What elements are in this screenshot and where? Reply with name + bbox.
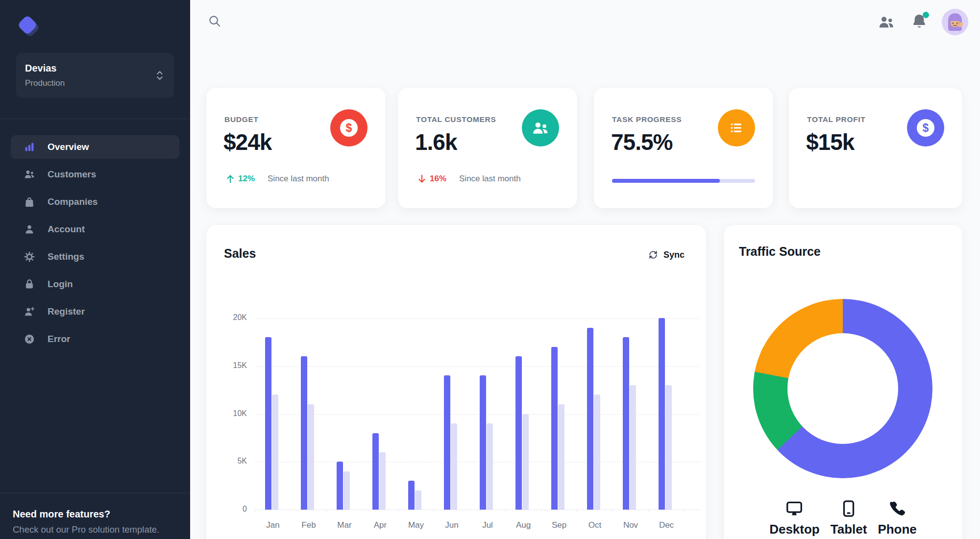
tablet-icon xyxy=(839,499,858,518)
bell-icon[interactable] xyxy=(910,13,928,31)
legend-item-phone: Phone xyxy=(878,499,916,537)
avatar[interactable] xyxy=(942,9,968,35)
x-axis-label: Sep xyxy=(542,520,576,530)
notification-dot xyxy=(923,12,929,18)
x-axis-tick xyxy=(684,510,685,513)
stat-label: TASK PROGRESS xyxy=(612,115,682,124)
donut-hole xyxy=(787,333,898,444)
x-axis-tick xyxy=(326,510,327,513)
x-axis-tick xyxy=(577,510,577,513)
dollar-glyph: $ xyxy=(917,119,934,137)
sidebar-item-error[interactable]: Error xyxy=(11,327,179,351)
sales-bar-primary xyxy=(551,347,558,510)
arrow-up-icon xyxy=(224,173,236,185)
sales-bar-secondary xyxy=(665,385,672,510)
x-axis-label: Feb xyxy=(292,520,326,530)
x-axis-tick xyxy=(362,510,363,513)
sidebar-item-customers[interactable]: Customers xyxy=(11,163,179,186)
sidebar-item-companies[interactable]: Companies xyxy=(11,190,179,214)
sales-bar-primary xyxy=(444,375,450,510)
sales-bar-primary xyxy=(337,462,343,510)
sidebar-item-overview[interactable]: Overview xyxy=(11,135,179,159)
x-axis-tick xyxy=(398,510,398,513)
task-progress-card: TASK PROGRESS 75.5% xyxy=(594,88,773,208)
sales-bar-secondary xyxy=(308,404,314,510)
sidebar-item-label: Error xyxy=(48,334,70,344)
sidebar-item-settings[interactable]: Settings xyxy=(11,245,179,269)
sidebar-item-login[interactable]: Login xyxy=(11,272,179,296)
workspace-name: Devias xyxy=(25,63,57,74)
currency-dollar-icon: $ xyxy=(330,109,368,147)
users-icon[interactable] xyxy=(877,14,896,30)
sales-bar-primary xyxy=(659,318,665,510)
x-axis-tick xyxy=(434,510,434,513)
unfold-more-icon xyxy=(154,69,165,82)
search-icon[interactable] xyxy=(207,14,222,29)
phone-icon xyxy=(888,499,906,518)
stat-value: 75.5% xyxy=(611,129,672,155)
y-axis-tick: 20K xyxy=(221,313,247,322)
sales-bar-primary xyxy=(623,337,629,510)
user-plus-icon xyxy=(24,306,35,318)
dollar-glyph: $ xyxy=(340,119,358,137)
users-icon xyxy=(24,169,35,180)
x-axis-label: Dec xyxy=(649,520,684,530)
chart-bar-icon xyxy=(24,141,35,153)
sidebar-footer-divider xyxy=(0,493,190,493)
x-axis-label: Apr xyxy=(363,520,397,530)
sales-bar-primary xyxy=(480,375,486,510)
sync-label: Sync xyxy=(663,250,685,260)
sales-bar-primary xyxy=(301,356,307,510)
sales-bar-secondary xyxy=(630,385,636,510)
traffic-donut-chart xyxy=(753,299,932,478)
stat-label: TOTAL PROFIT xyxy=(807,115,865,124)
currency-dollar-icon: $ xyxy=(907,109,944,147)
y-axis-tick: 5K xyxy=(221,457,247,466)
workspace-selector[interactable]: Devias Production xyxy=(16,53,174,98)
legend-label: Tablet xyxy=(831,522,867,537)
sales-bar-secondary xyxy=(487,423,493,510)
user-icon xyxy=(24,223,35,235)
x-axis-tick xyxy=(505,510,506,513)
x-axis-line xyxy=(254,510,700,510)
devias-logo-icon[interactable] xyxy=(16,14,42,39)
sales-bar-secondary xyxy=(522,414,529,510)
task-progress-fill xyxy=(612,179,720,183)
x-axis-label: Nov xyxy=(613,520,648,530)
sidebar-item-register[interactable]: Register xyxy=(11,300,179,323)
trend-caption: Since last month xyxy=(459,174,521,184)
stat-label: BUDGET xyxy=(224,115,259,124)
sales-bar-secondary xyxy=(451,423,457,510)
trend-row: 12% Since last month xyxy=(224,173,329,185)
sales-bar-secondary xyxy=(415,490,421,510)
sales-bar-secondary xyxy=(343,471,350,510)
x-circle-icon xyxy=(24,333,35,345)
sidebar-item-account[interactable]: Account xyxy=(11,218,179,241)
lock-icon xyxy=(24,278,35,290)
traffic-source-title: Traffic Source xyxy=(739,245,821,259)
legend-item-tablet: Tablet xyxy=(831,499,867,537)
shopping-bag-icon xyxy=(24,196,35,208)
total-customers-card: TOTAL CUSTOMERS 1.6k 16% Since last mont… xyxy=(398,88,577,208)
workspace-environment: Production xyxy=(25,78,65,88)
desktop-icon xyxy=(785,499,804,518)
sales-card: Sales Sync 05K10K15K20KJanFebMarAprMayJu… xyxy=(206,225,706,539)
trend-value: 12% xyxy=(238,174,255,184)
sidebar-divider xyxy=(0,119,190,119)
sidebar-item-label: Overview xyxy=(48,142,89,152)
total-profit-card: TOTAL PROFIT $15k $ xyxy=(789,88,962,208)
task-progress-track xyxy=(612,179,755,183)
sales-bar-primary xyxy=(587,328,593,510)
stat-value: 1.6k xyxy=(415,129,457,155)
sidebar-item-label: Register xyxy=(48,306,85,317)
trend-caption: Since last month xyxy=(268,174,329,184)
y-axis-tick: 15K xyxy=(221,361,247,370)
sync-button[interactable]: Sync xyxy=(648,249,685,260)
x-axis-tick xyxy=(469,510,470,513)
gear-icon xyxy=(24,251,35,263)
x-axis-tick xyxy=(612,510,613,513)
stat-value: $24k xyxy=(223,129,271,155)
x-axis-label: Aug xyxy=(506,520,540,530)
refresh-icon xyxy=(648,249,659,260)
sidebar-item-label: Settings xyxy=(48,251,84,262)
